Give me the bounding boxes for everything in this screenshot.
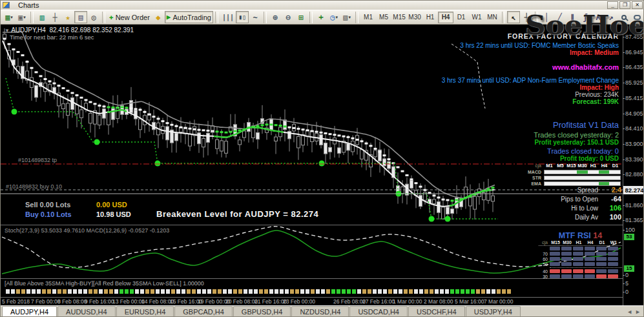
timeframe-m30[interactable]: M30 bbox=[407, 12, 422, 23]
mtf-mini-col-m30: M30 bbox=[577, 163, 588, 169]
new-chart-button[interactable]: ▦▾ bbox=[3, 11, 16, 23]
mtf-mini-cell bbox=[599, 170, 610, 174]
signal-square bbox=[311, 289, 315, 294]
ribbon-dash bbox=[342, 136, 346, 138]
rsi-cell bbox=[585, 269, 595, 273]
metaeditor-button[interactable]: ◆ bbox=[152, 11, 165, 23]
time-axis-label: 26 Feb 08:00 bbox=[333, 298, 366, 305]
ribbon-dash bbox=[256, 125, 260, 127]
zoom-out-button[interactable]: ⊖ bbox=[282, 11, 295, 23]
autotrading-button[interactable]: ▶AutoTrading bbox=[165, 11, 213, 23]
signal-square bbox=[331, 289, 335, 294]
ribbon-dash bbox=[62, 87, 65, 89]
mtf-mini-cell bbox=[556, 176, 566, 179]
candle-body bbox=[347, 143, 350, 150]
mtf-mini-col-m5: M5 bbox=[555, 163, 566, 169]
data-folder-button[interactable]: ★ bbox=[61, 11, 74, 23]
price-scale[interactable]: 87.45586.94586.43585.92585.41584.90584.4… bbox=[623, 25, 644, 305]
strategy-tester-button[interactable]: ◎ bbox=[87, 11, 100, 23]
new-order-button[interactable]: ✚New Order bbox=[107, 11, 152, 23]
cursor-button[interactable]: ↖ bbox=[507, 11, 520, 23]
bar-chart-button[interactable]: ||| bbox=[220, 11, 236, 23]
ribbon-dash bbox=[130, 107, 133, 109]
rsi-row bbox=[539, 246, 622, 251]
window-controls: _ ❐ ✕ bbox=[607, 1, 644, 9]
stat-spread: Spread2.4 bbox=[561, 186, 621, 194]
candle-body bbox=[388, 161, 391, 169]
candlestick-button[interactable]: ▮▯ bbox=[236, 11, 249, 23]
ribbon-dash bbox=[284, 125, 287, 127]
signal-square bbox=[37, 289, 41, 294]
current-price-box: 82.274 bbox=[623, 186, 644, 194]
timeframe-m1[interactable]: M1 bbox=[360, 12, 376, 23]
signal-square bbox=[347, 289, 351, 294]
close-button[interactable]: ✕ bbox=[632, 1, 643, 9]
line-chart-icon: ~ bbox=[253, 13, 257, 22]
time-axis[interactable]: 5 Feb 20187 Feb 00:008 Feb 08:009 Feb 16… bbox=[1, 298, 623, 305]
tab-usdjpy-h4[interactable]: USDJPY,H4 bbox=[466, 306, 521, 317]
ribbon-dash bbox=[21, 54, 25, 56]
timeframe-m5[interactable]: M5 bbox=[376, 12, 391, 23]
terminal-button[interactable]: ▤ bbox=[74, 11, 87, 23]
menu-item-charts[interactable]: Charts bbox=[13, 1, 48, 10]
templates-button[interactable]: ▧▾ bbox=[340, 11, 353, 23]
timeframe-w1[interactable]: W1 bbox=[469, 12, 484, 23]
signal-square bbox=[197, 289, 201, 294]
ribbon-dash bbox=[193, 128, 196, 130]
zoom-out-icon: ⊖ bbox=[286, 13, 290, 22]
indicators-button[interactable]: ＋ bbox=[315, 11, 327, 23]
rsi-cell bbox=[608, 252, 618, 256]
tile-windows-button[interactable]: ⊞ bbox=[295, 11, 307, 23]
tab-audjpy-h4[interactable]: AUDJPY,H4 bbox=[2, 306, 57, 317]
tab-gbpusd-h4[interactable]: GBPUSD,H4 bbox=[233, 306, 291, 317]
ribbon-dash bbox=[225, 132, 228, 134]
signal-subwindow[interactable]: [All Blue Above 35SMA High-BUY][All Red … bbox=[1, 279, 623, 297]
ribbon-dash bbox=[175, 125, 178, 127]
periods-button[interactable]: ◷▾ bbox=[327, 11, 340, 23]
ribbon-dash bbox=[261, 124, 264, 126]
ribbon-dash bbox=[333, 134, 337, 136]
signal-square bbox=[419, 289, 423, 294]
autotrading-label: AutoTrading bbox=[172, 14, 211, 21]
tab-eurusd-h4[interactable]: EURUSD,H4 bbox=[116, 306, 174, 317]
zoom-in-button[interactable]: ⊕ bbox=[269, 11, 282, 23]
sub1-scale-top: 100 bbox=[625, 227, 635, 233]
ribbon-dash bbox=[94, 103, 97, 105]
profiles-button[interactable]: ▣▾ bbox=[16, 11, 28, 23]
timeframe-m15[interactable]: M15 bbox=[391, 12, 407, 23]
mtf-mini-cell bbox=[599, 182, 610, 185]
navigator-button[interactable]: ┼ bbox=[48, 11, 61, 23]
timeframe-mn[interactable]: MN bbox=[484, 12, 500, 23]
signal-square bbox=[321, 289, 325, 294]
ribbon-dash bbox=[17, 51, 20, 53]
tab-usdchf-h4[interactable]: USDCHF,H4 bbox=[408, 306, 465, 317]
app-icon bbox=[3, 2, 10, 8]
ribbon-dash bbox=[288, 127, 291, 128]
sub1-scale-bottom: 0 bbox=[625, 272, 628, 278]
signal-square bbox=[156, 289, 160, 294]
ribbon-dash bbox=[360, 140, 364, 142]
tab-nzdusd-h4[interactable]: NZDUSD,H4 bbox=[291, 306, 349, 317]
scroll-right-icon[interactable]: ► bbox=[635, 309, 641, 315]
tab-gbpcad-h4[interactable]: GBPCAD,H4 bbox=[174, 306, 233, 317]
timeframe-h1[interactable]: H1 bbox=[422, 12, 438, 23]
candle-body bbox=[442, 207, 445, 219]
signal-square bbox=[16, 289, 20, 294]
price-tick: 83.900 bbox=[625, 141, 643, 147]
market-watch-button[interactable]: ▥ bbox=[36, 11, 48, 23]
rsi-row: 60 bbox=[539, 256, 622, 261]
toolbar-separator bbox=[309, 12, 313, 23]
timeframe-d1[interactable]: D1 bbox=[453, 12, 469, 23]
chart-window[interactable]: ▼ AUDJPY,H4 82.416 82.698 82.352 82.391 … bbox=[1, 25, 644, 305]
mtf-mini-col-h1: H1 bbox=[588, 163, 599, 169]
metaeditor-icon: ◆ bbox=[156, 13, 160, 22]
scroll-left-icon[interactable]: ◄ bbox=[627, 309, 632, 315]
tab-audusd-h4[interactable]: AUDUSD,H4 bbox=[57, 306, 116, 317]
minimize-button[interactable]: _ bbox=[607, 1, 618, 9]
line-chart-button[interactable]: ~ bbox=[249, 11, 262, 23]
restore-button[interactable]: ❐ bbox=[619, 1, 630, 9]
tab-usdcad-h4[interactable]: USDCAD,H4 bbox=[349, 306, 408, 317]
timeframe-h4[interactable]: H4 bbox=[438, 12, 453, 23]
trailing-stop-dot bbox=[12, 109, 17, 115]
candle-body bbox=[410, 180, 413, 188]
